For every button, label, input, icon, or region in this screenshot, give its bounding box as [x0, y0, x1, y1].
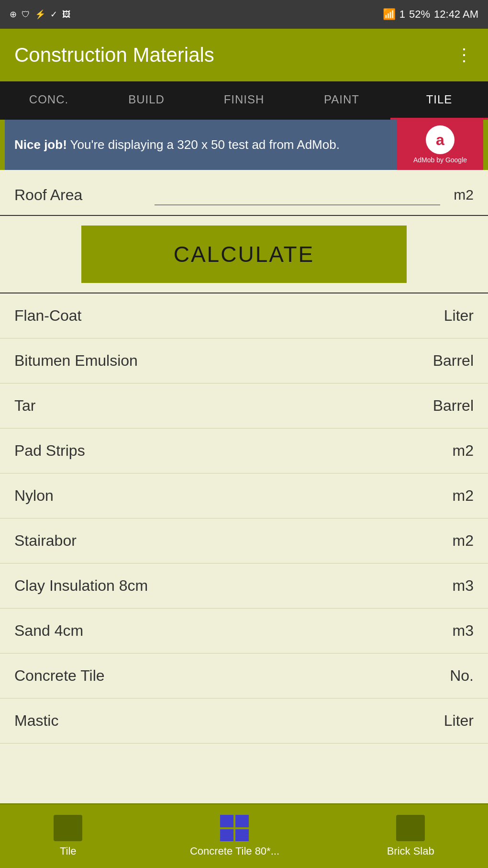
concrete-sq-1 [220, 815, 233, 827]
wifi-icon: 📶 [383, 8, 396, 21]
result-unit-bitumen: Barrel [433, 352, 474, 370]
check-icon: ✓ [50, 9, 57, 20]
calculate-button[interactable]: CALCULATE [81, 225, 407, 283]
bottom-nav-brick[interactable]: Brick Slab [387, 815, 434, 857]
concrete-sq-4 [235, 829, 249, 842]
roof-area-label: Roof Area [14, 186, 155, 204]
result-unit-pad-strips: m2 [453, 442, 474, 460]
result-row-mastic: Mastic Liter [0, 699, 488, 744]
status-icons-left: ⊕ 🛡 ⚡ ✓ 🖼 [10, 9, 71, 20]
result-name-nylon: Nylon [14, 487, 54, 505]
add-icon: ⊕ [10, 9, 17, 20]
result-unit-flan-coat: Liter [444, 307, 474, 325]
result-row-nylon: Nylon m2 [0, 473, 488, 519]
ad-text-bold: Nice job! [14, 137, 67, 152]
result-unit-clay: m3 [453, 577, 474, 595]
bottom-nav-concrete-label: Concrete Tile 80*... [190, 845, 279, 857]
status-right: 📶 1 52% 12:42 AM [383, 8, 478, 21]
ad-logo: a AdMob by Google [397, 120, 483, 170]
tab-tile[interactable]: TILE [390, 81, 488, 120]
time-display: 12:42 AM [434, 8, 478, 21]
result-row-pad-strips: Pad Strips m2 [0, 428, 488, 473]
main-content: Roof Area m2 CALCULATE Flan-Coat Liter B… [0, 170, 488, 744]
bottom-nav-brick-label: Brick Slab [387, 845, 434, 857]
result-name-flan-coat: Flan-Coat [14, 307, 82, 325]
status-bar: ⊕ 🛡 ⚡ ✓ 🖼 📶 1 52% 12:42 AM [0, 0, 488, 29]
result-unit-tar: Barrel [433, 397, 474, 415]
result-row-clay: Clay Insulation 8cm m3 [0, 564, 488, 609]
concrete-nav-icon [220, 815, 249, 841]
tab-conc[interactable]: CONC. [0, 81, 98, 120]
roof-area-unit: m2 [450, 187, 474, 203]
ad-content: Nice job! You're displaying a 320 x 50 t… [5, 120, 397, 170]
result-name-clay: Clay Insulation 8cm [14, 577, 148, 595]
result-unit-nylon: m2 [453, 487, 474, 505]
bottom-nav-concrete[interactable]: Concrete Tile 80*... [190, 815, 279, 857]
roof-area-row: Roof Area m2 [0, 170, 488, 216]
result-name-tar: Tar [14, 397, 35, 415]
shield-icon: 🛡 [22, 10, 30, 20]
tab-build[interactable]: BUILD [98, 81, 195, 120]
results-list: Flan-Coat Liter Bitumen Emulsion Barrel … [0, 293, 488, 744]
signal-icon: 1 [399, 8, 405, 21]
bottom-nav: Tile Concrete Tile 80*... Brick Slab [0, 803, 488, 868]
concrete-sq-2 [235, 815, 249, 827]
result-row-tar: Tar Barrel [0, 383, 488, 428]
tab-bar: CONC. BUILD FINISH PAINT TILE [0, 81, 488, 120]
tab-finish[interactable]: FINISH [195, 81, 293, 120]
result-unit-concrete-tile: No. [450, 667, 474, 685]
more-options-icon[interactable]: ⋮ [455, 45, 474, 65]
bottom-nav-tile[interactable]: Tile [54, 815, 82, 857]
result-row-bitumen: Bitumen Emulsion Barrel [0, 338, 488, 383]
ad-banner: Nice job! You're displaying a 320 x 50 t… [0, 120, 488, 170]
admob-logo-text: AdMob by Google [413, 156, 467, 164]
result-row-flan-coat: Flan-Coat Liter [0, 293, 488, 338]
result-unit-stairabor: m2 [453, 532, 474, 550]
result-row-sand: Sand 4cm m3 [0, 609, 488, 654]
result-name-stairabor: Stairabor [14, 532, 77, 550]
result-name-mastic: Mastic [14, 712, 58, 730]
result-unit-sand: m3 [453, 622, 474, 640]
result-row-stairabor: Stairabor m2 [0, 519, 488, 564]
result-name-pad-strips: Pad Strips [14, 442, 85, 460]
ad-text: You're displaying a 320 x 50 test ad fro… [70, 137, 340, 152]
result-name-concrete-tile: Concrete Tile [14, 667, 105, 685]
app-title: Construction Materials [14, 44, 214, 67]
bottom-nav-tile-label: Tile [60, 845, 77, 857]
calculate-row: CALCULATE [0, 216, 488, 293]
tile-nav-icon [54, 815, 82, 841]
roof-area-input[interactable] [155, 184, 440, 205]
tab-paint[interactable]: PAINT [293, 81, 390, 120]
usb-icon: ⚡ [35, 9, 45, 20]
result-row-concrete-tile: Concrete Tile No. [0, 654, 488, 699]
admob-logo-circle: a [426, 125, 455, 154]
result-name-sand: Sand 4cm [14, 622, 83, 640]
result-name-bitumen: Bitumen Emulsion [14, 352, 138, 370]
brick-nav-icon [396, 815, 425, 841]
concrete-sq-3 [220, 829, 233, 842]
result-unit-mastic: Liter [444, 712, 474, 730]
app-bar: Construction Materials ⋮ [0, 29, 488, 81]
image-icon: 🖼 [62, 10, 71, 20]
battery-text: 52% [409, 8, 430, 21]
